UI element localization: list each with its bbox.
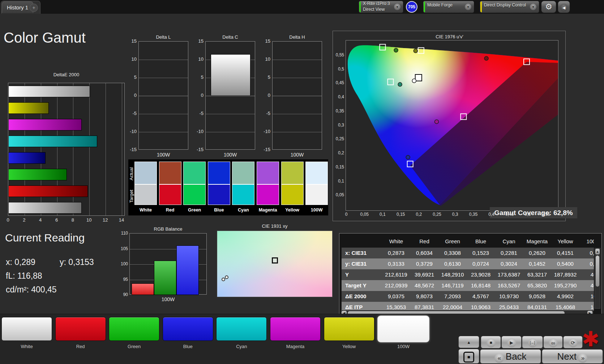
table-cell: 39,6921 [410,269,438,280]
loop-infinite-button[interactable]: ∞ [543,336,563,348]
window-mode-button[interactable]: ■ [458,349,479,364]
rgb-balance-title: RGB Balance [129,226,207,232]
axis-tick-label: 0,15 [395,212,407,217]
gridline [139,132,188,132]
gridline [206,96,255,96]
back-button[interactable]: « Back [480,349,541,364]
target-square-marker [272,257,278,264]
axis-tick-label: 0,35 [333,108,344,114]
table-row: ΔE 20009,03759,80737,20934,576710,97309,… [342,291,594,302]
table-row: ΔE ITP15,305387,383122,000410,906325,043… [342,302,594,311]
cie1976-chart: CIE 1976 u'v' [333,31,566,221]
target-swatch-white [134,184,157,205]
meter-dropdown[interactable]: X-Rite i1Pro 3Direct View ▼ [359,1,403,13]
axis-tick-label: 0 [256,93,270,98]
chevron-down-icon: ▼ [465,4,471,10]
table-cell: 23,9028 [467,269,495,280]
cie1976-title: CIE 1976 u'v' [333,34,566,39]
table-vertical-scrollbar[interactable]: ▲ [595,248,600,309]
actual-row-label: Actual [129,163,134,185]
gridline [273,60,322,60]
reading-cdm2: cd/m²: 400,45 [6,285,57,295]
axis-tick-label: 0,5 [522,212,534,217]
cie1931-chart [217,231,333,297]
tab-history-1[interactable]: History 1 [2,1,33,13]
bar-yellow [8,102,49,114]
patch-button-cyan[interactable] [216,317,267,341]
table-cell: 212,6119 [382,269,410,280]
patch-label-magenta: Magenta [270,344,321,349]
table-cell: 4,5767 [467,291,495,302]
gridline [139,96,188,96]
axis-tick-label: 90 [119,292,128,297]
axis-tick-label: 0,05 [359,212,370,217]
axis-tick-label: 15 [256,38,270,44]
axis-tick-label: 0,45 [333,80,344,85]
vertical-scroll-thumb[interactable] [596,256,599,287]
expand-panel-button[interactable]: ▲ [458,336,479,348]
patch-button-white[interactable] [1,317,52,341]
column-header-magenta: Magenta [523,235,551,248]
refresh-button[interactable]: ⟳ [563,336,583,348]
delta-c-title: Delta C [205,34,255,40]
patch-button-red[interactable] [55,317,106,341]
stop-button[interactable]: ■ [481,336,501,348]
scroll-up-button[interactable]: ▲ [595,249,600,254]
axis-tick-label: 0,35 [467,212,479,217]
table-cell: 0,6130 [438,258,467,269]
table-cell: 40 [579,280,594,291]
target-swatch-green [183,184,206,205]
axis-tick-label: 0,45 [504,212,515,217]
refresh-icon: ⟳ [569,338,578,347]
target-swatch-cyan [232,184,254,205]
patch-button-green[interactable] [109,317,159,341]
add-tab-button[interactable]: + [30,4,38,12]
axis-tick-label: 0,2 [333,150,344,155]
axis-tick-label: 0,25 [333,136,344,141]
settings-button[interactable]: ⚙ [541,1,556,13]
swatch-label: Green [183,207,206,213]
measured-point-marker [222,278,225,281]
target-swatch-magenta [257,184,279,205]
table-cell: 9,0375 [382,291,410,302]
source-dropdown[interactable]: Mobile Forge ▼ [423,1,474,13]
column-header-white: White [382,235,410,248]
patch-button-100w[interactable] [377,316,429,342]
next-button[interactable]: Next » [542,349,603,364]
step-button[interactable]: [↔] [522,336,543,348]
display-control-dropdown[interactable]: Direct Display Control ▼ [480,1,539,13]
axis-tick-label: 0,55 [540,212,552,217]
axis-tick-label: 105 [119,246,128,251]
rgb-bar-green [154,261,176,295]
patch-button-magenta[interactable] [270,317,321,341]
table-cell: 7,2093 [438,291,467,302]
reading-fl: fL: 116,88 [6,271,42,281]
axis-tick-label: 5 [256,74,270,80]
gridline [139,60,188,60]
gamut-coverage-readout: Gamut Coverage: 62,8% [490,207,577,218]
bar-cyan [8,136,97,147]
table-cell: 0,4151 [551,248,579,258]
axis-tick-label: 0,3 [333,123,344,128]
patch-button-yellow[interactable] [324,317,374,341]
axis-tick-label: 0,1 [333,179,344,184]
actual-swatch-100w [305,162,328,184]
table-cell: 0,6034 [410,248,438,258]
actual-swatch-cyan [232,162,254,184]
play-button[interactable]: ▶ [501,336,522,348]
delta-c-x-label: 100W [205,152,255,158]
target-row-label: Target [129,185,134,207]
target-swatch-100w [305,184,328,205]
axis-tick-label: 10 [85,217,93,223]
reading-x: x: 0,289 [6,257,35,267]
delta-h-title: Delta H [272,34,322,40]
patch-button-blue[interactable] [163,317,213,341]
row-label: Y [342,269,382,280]
table-cell: 22,0004 [438,302,467,311]
rgb-bar-red [132,283,154,295]
table-cell: 16,8148 [467,280,495,291]
table-row: y: CIE310,31330,37290,61300,07240,30240,… [342,258,594,269]
collapse-panel-button[interactable]: ◀ [558,1,570,13]
bar-white [8,202,82,214]
patch-label-white: White [1,344,52,349]
